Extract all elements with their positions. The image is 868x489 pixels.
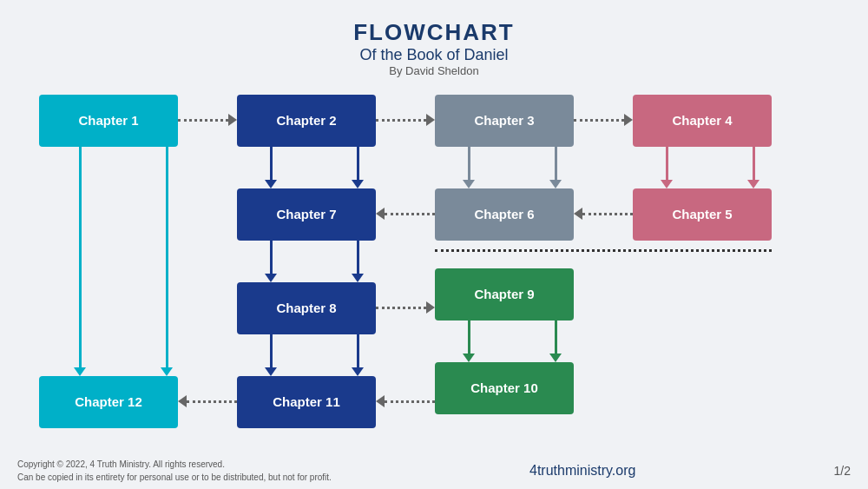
arrow-ch8-ch11-left bbox=[265, 334, 277, 376]
arrow-head bbox=[352, 274, 364, 282]
arrow-ch1-ch12-left bbox=[74, 147, 86, 376]
arrow-ch11-ch12 bbox=[178, 395, 237, 407]
arrow-head bbox=[624, 114, 633, 126]
arrow-ch4-ch5-left bbox=[661, 147, 673, 188]
footer-page: 1/2 bbox=[834, 464, 851, 478]
dotted-sep-1 bbox=[435, 249, 772, 252]
arrow-ch2-ch3 bbox=[376, 114, 435, 126]
arrow-head bbox=[549, 354, 562, 362]
chapter-3-box: Chapter 3 bbox=[435, 95, 574, 147]
arrow-head bbox=[352, 180, 364, 188]
chapter-11-box: Chapter 11 bbox=[237, 376, 376, 428]
chapter-6-box: Chapter 6 bbox=[435, 188, 574, 241]
arrow-ch8-ch11-right bbox=[352, 334, 364, 376]
author: By David Sheldon bbox=[353, 64, 515, 77]
flowchart: Chapter 1 Chapter 2 Chapter 3 Chapter 4 bbox=[13, 86, 855, 451]
subtitle: Of the Book of Daniel bbox=[353, 46, 515, 64]
chapter-5-box: Chapter 5 bbox=[633, 188, 772, 241]
arrow-head bbox=[265, 367, 277, 376]
chapter-2-box: Chapter 2 bbox=[237, 95, 376, 147]
chapter-8-box: Chapter 8 bbox=[237, 282, 376, 334]
arrow-head bbox=[376, 395, 385, 407]
arrow-ch9-ch10-left bbox=[463, 320, 475, 362]
arrow-ch1-ch2 bbox=[178, 114, 237, 126]
arrow-head bbox=[74, 367, 86, 376]
arrow-head bbox=[463, 354, 475, 362]
arrow-ch9-ch10-right bbox=[549, 320, 562, 362]
arrow-ch3-ch6-left bbox=[463, 147, 475, 188]
arrow-head bbox=[661, 180, 673, 188]
arrow-head bbox=[265, 274, 277, 282]
arrow-head bbox=[549, 180, 562, 188]
arrow-ch3-ch4 bbox=[574, 114, 633, 126]
chapter-12-box: Chapter 12 bbox=[39, 376, 178, 428]
arrow-ch2-ch7-right bbox=[352, 147, 364, 188]
header: FLOWCHART Of the Book of Daniel By David… bbox=[353, 0, 515, 77]
chapter-4-box: Chapter 4 bbox=[633, 95, 772, 147]
arrow-ch4-ch5-right bbox=[747, 147, 760, 188]
chapter-1-box: Chapter 1 bbox=[39, 95, 178, 147]
arrow-ch10-ch11 bbox=[376, 395, 435, 407]
arrow-head bbox=[747, 180, 760, 188]
arrow-ch6-ch7 bbox=[376, 208, 435, 220]
arrow-ch7-ch8-right bbox=[352, 241, 364, 282]
chapter-10-box: Chapter 10 bbox=[435, 362, 574, 414]
arrow-head bbox=[178, 395, 187, 407]
footer-website: 4truthministry.org bbox=[529, 463, 635, 479]
arrow-ch8-ch9 bbox=[376, 301, 435, 314]
footer: Copyright © 2022, 4 Truth Ministry. All … bbox=[0, 453, 868, 489]
arrow-ch1-ch12-right bbox=[161, 147, 173, 376]
arrow-ch2-ch7-left bbox=[265, 147, 277, 188]
arrow-head bbox=[352, 367, 364, 376]
arrow-head bbox=[265, 180, 277, 188]
arrow-ch5-ch6 bbox=[574, 208, 633, 220]
title: FLOWCHART bbox=[353, 19, 515, 46]
page: FLOWCHART Of the Book of Daniel By David… bbox=[0, 0, 868, 489]
arrow-head bbox=[376, 208, 385, 220]
arrow-head bbox=[228, 114, 237, 126]
arrow-head bbox=[426, 301, 435, 314]
arrow-ch7-ch8-left bbox=[265, 241, 277, 282]
arrow-ch3-ch6-right bbox=[549, 147, 562, 188]
chapter-7-box: Chapter 7 bbox=[237, 188, 376, 241]
arrow-head bbox=[463, 180, 475, 188]
arrow-head bbox=[161, 367, 173, 376]
footer-left: Copyright © 2022, 4 Truth Ministry. All … bbox=[17, 458, 332, 484]
chapter-9-box: Chapter 9 bbox=[435, 268, 574, 320]
arrow-head bbox=[574, 208, 582, 220]
arrow-head bbox=[426, 114, 435, 126]
